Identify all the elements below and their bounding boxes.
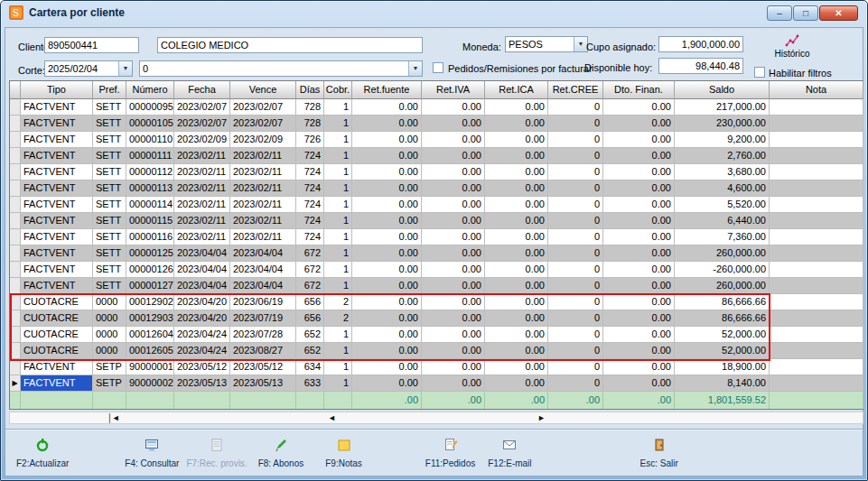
cell[interactable]: FACTVENT xyxy=(21,359,93,375)
cell[interactable]: 0.00 xyxy=(603,180,675,197)
cell[interactable]: 0 xyxy=(548,197,603,213)
cell[interactable]: 2023/02/11 xyxy=(174,164,230,180)
cell[interactable]: 00012902 xyxy=(126,294,174,310)
cell[interactable]: 0.00 xyxy=(603,148,675,164)
cell[interactable]: 1 xyxy=(324,262,352,278)
cell[interactable]: 1 xyxy=(324,327,352,343)
cell[interactable]: 0 xyxy=(548,116,603,132)
cell[interactable]: 0.00 xyxy=(422,310,485,327)
cell[interactable]: 2023/02/11 xyxy=(230,164,296,180)
cell[interactable] xyxy=(770,99,863,116)
cell[interactable]: 1 xyxy=(324,359,352,375)
cell[interactable]: 0.00 xyxy=(422,294,485,310)
habilitar-filtros-checkbox[interactable] xyxy=(754,67,765,78)
cell[interactable]: 3,680.00 xyxy=(675,164,770,180)
cell[interactable]: 633 xyxy=(296,375,324,392)
column-header-tipo[interactable]: Tipo xyxy=(21,81,93,99)
cell[interactable]: 0.00 xyxy=(603,213,675,229)
cell[interactable]: 0 xyxy=(548,294,603,310)
cell[interactable]: SETT xyxy=(93,180,126,197)
cell[interactable]: FACTVENT xyxy=(21,375,93,392)
cell[interactable]: 86,666.66 xyxy=(675,310,770,327)
cell[interactable]: SETT xyxy=(93,213,126,229)
cell[interactable] xyxy=(770,213,863,229)
cell[interactable]: FACTVENT xyxy=(21,132,93,148)
cell[interactable]: 2023/07/19 xyxy=(230,310,296,327)
cell[interactable]: 1 xyxy=(324,99,352,116)
table-row[interactable]: FACTVENTSETT000001102023/02/092023/02/09… xyxy=(10,132,863,148)
cell[interactable]: 0.00 xyxy=(603,245,675,262)
cell[interactable]: 0.00 xyxy=(422,197,485,213)
cell[interactable]: 0.00 xyxy=(352,245,422,262)
cell[interactable]: 0.00 xyxy=(352,310,422,327)
cell[interactable]: 0.00 xyxy=(422,343,485,359)
cell[interactable]: 2023/02/11 xyxy=(174,148,230,164)
cell[interactable]: 2023/02/11 xyxy=(174,180,230,197)
cell[interactable]: 0 xyxy=(548,99,603,116)
cell[interactable]: SETT xyxy=(93,278,126,294)
cell[interactable]: 217,000.00 xyxy=(675,99,770,116)
cell[interactable]: 0.00 xyxy=(603,132,675,148)
cell[interactable]: 0.00 xyxy=(352,359,422,375)
notas-button[interactable]: F9:Notas xyxy=(325,438,362,468)
cell[interactable]: 1 xyxy=(324,278,352,294)
table-row[interactable]: CUOTACRE0000000129022023/04/202023/06/19… xyxy=(10,294,863,310)
cell[interactable]: 724 xyxy=(296,197,324,213)
cell[interactable]: CUOTACRE xyxy=(21,327,93,343)
cell[interactable]: 1 xyxy=(324,164,352,180)
cell[interactable]: 90000002 xyxy=(126,375,174,392)
cell[interactable]: FACTVENT xyxy=(21,229,93,245)
cell[interactable]: 2023/04/04 xyxy=(230,245,296,262)
cell[interactable]: FACTVENT xyxy=(21,213,93,229)
cell[interactable]: 0000 xyxy=(93,294,126,310)
cell[interactable] xyxy=(770,116,863,132)
cell[interactable]: 00000095 xyxy=(126,99,174,116)
cell[interactable]: 2023/02/07 xyxy=(174,99,230,116)
cell[interactable]: 2023/05/13 xyxy=(230,375,296,392)
email-button[interactable]: F12:E-mail xyxy=(488,438,531,468)
cell[interactable]: 1 xyxy=(324,148,352,164)
cell[interactable]: CUOTACRE xyxy=(21,294,93,310)
abonos-button[interactable]: F8: Abonos xyxy=(258,438,304,468)
cell[interactable]: 5,520.00 xyxy=(675,197,770,213)
cell[interactable]: FACTVENT xyxy=(21,262,93,278)
cell[interactable]: 656 xyxy=(296,310,324,327)
cell[interactable]: 724 xyxy=(296,164,324,180)
column-header-saldo[interactable]: Saldo xyxy=(675,81,770,99)
cell[interactable]: 9,200.00 xyxy=(675,132,770,148)
cell[interactable]: 0.00 xyxy=(485,164,548,180)
cell[interactable]: FACTVENT xyxy=(21,180,93,197)
cell[interactable]: 2023/04/24 xyxy=(174,343,230,359)
cell[interactable] xyxy=(770,132,863,148)
cell[interactable]: 18,900.00 xyxy=(675,359,770,375)
table-row[interactable]: FACTVENTSETT000001252023/04/042023/04/04… xyxy=(10,245,863,262)
cell[interactable]: 724 xyxy=(296,148,324,164)
cell[interactable]: 7,360.00 xyxy=(675,229,770,245)
cell[interactable]: 2023/02/11 xyxy=(230,213,296,229)
column-header-nota[interactable]: Nota xyxy=(770,81,863,99)
cell[interactable]: FACTVENT xyxy=(21,197,93,213)
cell[interactable]: 00000112 xyxy=(126,164,174,180)
next-record-icon[interactable]: ► xyxy=(537,412,545,423)
filtro-select[interactable]: 0 ▼ xyxy=(139,60,423,77)
maximize-button[interactable]: □ xyxy=(793,5,818,21)
minimize-button[interactable]: – xyxy=(767,5,792,21)
cell[interactable]: 0 xyxy=(548,132,603,148)
cell[interactable]: 0.00 xyxy=(352,197,422,213)
cell[interactable]: 0.00 xyxy=(485,99,548,116)
cell[interactable] xyxy=(770,327,863,343)
cell[interactable]: SETP xyxy=(93,375,126,392)
cell[interactable]: 0.00 xyxy=(603,262,675,278)
cell[interactable]: 0.00 xyxy=(352,327,422,343)
cell[interactable]: SETT xyxy=(93,229,126,245)
cell[interactable] xyxy=(770,375,863,392)
cell[interactable] xyxy=(770,245,863,262)
cell[interactable]: 2023/04/20 xyxy=(174,294,230,310)
cell[interactable]: 2023/02/07 xyxy=(174,116,230,132)
cell[interactable]: 2023/02/11 xyxy=(230,197,296,213)
cell[interactable] xyxy=(770,359,863,375)
cell[interactable]: 0.00 xyxy=(603,310,675,327)
cell[interactable]: 1 xyxy=(324,375,352,392)
cell[interactable]: SETT xyxy=(93,197,126,213)
cell[interactable]: 2023/04/04 xyxy=(230,262,296,278)
